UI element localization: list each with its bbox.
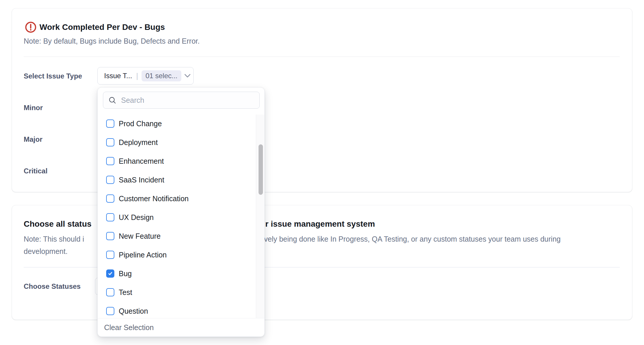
checkbox-icon[interactable] — [106, 138, 114, 146]
severity-critical-label: Critical — [24, 166, 47, 176]
checkbox-icon[interactable] — [106, 288, 114, 296]
card2-note-right: vely being done like In Progress, QA Tes… — [264, 234, 561, 244]
option-label: Test — [119, 288, 132, 297]
page: Work Completed Per Dev - Bugs Note: By d… — [0, 0, 644, 345]
footer-divider — [98, 318, 265, 318]
trigger-label: Issue T... — [104, 72, 132, 80]
card2-heading-left: Choose all status — [24, 219, 92, 229]
card-note: Note: By default, Bugs include Bug, Defe… — [24, 36, 200, 46]
option-label: Pipeline Action — [119, 251, 167, 259]
option-label: UX Design — [119, 213, 154, 222]
option-label: Bug — [119, 269, 132, 278]
search-icon — [109, 96, 116, 104]
alert-icon — [25, 21, 37, 33]
card2-note-line2: development. — [24, 247, 68, 256]
checkbox-icon[interactable] — [106, 251, 114, 259]
option-label: New Feature — [119, 232, 161, 240]
option-label: SaaS Incident — [119, 176, 164, 184]
checkbox-icon[interactable] — [106, 176, 114, 184]
issue-type-trigger-button[interactable]: Issue T... | 01 selec... — [97, 67, 194, 85]
select-issue-type-label: Select Issue Type — [24, 71, 82, 81]
dropdown-option[interactable]: Deployment — [98, 133, 256, 152]
chevron-down-icon — [184, 74, 191, 78]
dropdown-option[interactable]: Pipeline Action — [98, 245, 256, 264]
search-input[interactable] — [120, 96, 255, 105]
checkbox-checked-icon[interactable] — [106, 269, 114, 278]
severity-minor-label: Minor — [24, 103, 43, 112]
checkbox-icon[interactable] — [106, 232, 114, 240]
checkbox-icon[interactable] — [106, 119, 114, 128]
option-label: Enhancement — [119, 157, 164, 165]
dropdown-option[interactable]: Test — [98, 283, 256, 302]
checkbox-icon[interactable] — [106, 213, 114, 221]
dropdown-option[interactable]: UX Design — [98, 208, 256, 227]
divider — [24, 57, 620, 57]
selected-count-badge: 01 selec... — [142, 70, 181, 81]
search-box[interactable] — [103, 92, 260, 109]
scrollbar-track[interactable] — [256, 115, 265, 318]
option-label: Customer Notification — [119, 194, 189, 203]
option-label: Prod Change — [119, 119, 162, 128]
trigger-separator: | — [136, 71, 138, 81]
severity-major-label: Major — [24, 135, 42, 144]
dropdown-option[interactable]: New Feature — [98, 227, 256, 245]
choose-statuses-label: Choose Statuses — [24, 282, 81, 291]
option-label: Question — [119, 307, 148, 315]
card2-note-left: Note: This should i — [24, 234, 84, 244]
dropdown-option[interactable]: Prod Change — [98, 114, 256, 133]
option-label: Deployment — [119, 138, 158, 147]
scrollbar-thumb[interactable] — [259, 144, 263, 195]
dropdown-option[interactable]: Enhancement — [98, 152, 256, 170]
card-title: Work Completed Per Dev - Bugs — [39, 21, 165, 33]
dropdown-option[interactable]: Customer Notification — [98, 189, 256, 208]
dropdown-option[interactable]: SaaS Incident — [98, 170, 256, 189]
dropdown-option[interactable]: Question — [98, 302, 256, 320]
issue-type-dropdown: Prod ChangeDeploymentEnhancementSaaS Inc… — [97, 87, 265, 337]
checkbox-icon[interactable] — [106, 307, 114, 315]
clear-selection-button[interactable]: Clear Selection — [104, 323, 154, 332]
card2-heading-right: r issue management system — [265, 219, 375, 229]
dropdown-option[interactable]: Bug — [98, 264, 256, 283]
checkbox-icon[interactable] — [106, 194, 114, 203]
checkbox-icon[interactable] — [106, 157, 114, 165]
